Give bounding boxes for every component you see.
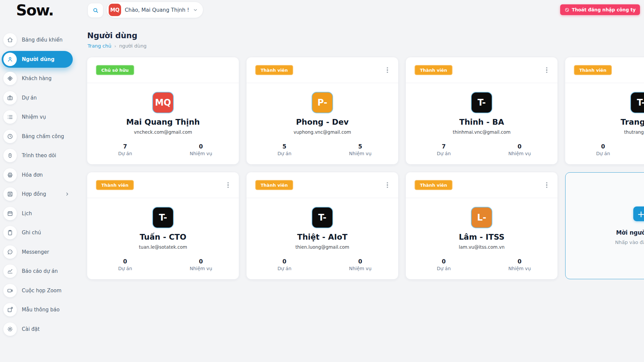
sidebar-item-notification-templates[interactable]: Mẫu thông báo — [2, 301, 73, 318]
sidebar-item-calendar[interactable]: Lịch — [2, 205, 73, 222]
home-icon — [3, 33, 17, 47]
projects-label: Dự án — [565, 151, 641, 156]
sidebar-item-tasks[interactable]: Nhiệm vụ — [2, 109, 73, 125]
user-avatar: T- — [630, 92, 644, 113]
sidebar-item-users[interactable]: Người dùng — [2, 51, 73, 68]
sidebar-item-timesheet[interactable]: Bảng chấm công — [2, 128, 73, 145]
user-card: Thành viênT-Trang - Mthutrang.vnc@0Dự án… — [565, 57, 644, 164]
card-header: Thành viên — [565, 57, 644, 83]
projects-label: Dự án — [406, 266, 482, 271]
tasks-count: 0 — [163, 143, 239, 150]
projects-label: Dự án — [87, 151, 163, 156]
tasks-count: 0 — [482, 258, 557, 265]
invoice-icon — [3, 168, 17, 182]
user-email: thinhmai.vnc@gmail.com — [453, 129, 511, 135]
projects-stat: 5Dự án — [247, 143, 322, 156]
breadcrumb: Trang chủ › người dùng — [88, 43, 147, 49]
card-header: Thành viên — [247, 172, 398, 198]
sidebar-item-zoom-meetings[interactable]: Cuộc họp Zoom — [2, 282, 73, 299]
sidebar-item-project-reports[interactable]: Báo cáo dự án — [2, 263, 73, 280]
add-user-button[interactable]: + — [633, 206, 644, 221]
user-email: thien.luong@gmail.com — [296, 244, 350, 250]
card-header: Thành viên — [87, 172, 239, 198]
sidebar-item-label: Ghi chú — [22, 230, 41, 236]
role-badge: Thành viên — [574, 65, 612, 75]
tasks-label: Nhiệm vụ — [641, 151, 644, 156]
notes-icon — [3, 226, 17, 239]
breadcrumb-separator: › — [114, 44, 116, 49]
app-logo[interactable]: Sow. — [16, 1, 53, 19]
search-button[interactable] — [88, 3, 103, 17]
chevron-right-icon — [65, 192, 69, 196]
logout-company-button[interactable]: Thoát đăng nhập công ty — [560, 4, 640, 15]
tasks-stat: 0Nhiệm vụ — [163, 258, 239, 271]
card-body: T-Tuấn - CTOtuan.le@sotatek.com0Dự án0Nh… — [87, 198, 239, 279]
invite-title: Mời người dùng — [616, 229, 644, 236]
card-menu-button[interactable] — [386, 181, 389, 189]
chevron-down-icon — [193, 7, 198, 12]
sidebar-item-messenger[interactable]: Messenger — [2, 244, 73, 260]
sidebar-item-notes[interactable]: Ghi chú — [2, 224, 73, 241]
tasks-count: 0 — [482, 143, 557, 150]
report-icon — [3, 264, 17, 278]
projects-count: 0 — [565, 143, 641, 150]
tasks-label: Nhiệm vụ — [482, 266, 557, 271]
user-menu[interactable]: MQ Chào, Mai Quang Thịnh ! — [107, 2, 203, 18]
projects-stat: 0Dự án — [406, 258, 482, 271]
card-menu-button[interactable] — [386, 66, 389, 74]
card-header: Thành viên — [406, 172, 557, 198]
sidebar-item-settings[interactable]: Cài đặt — [2, 321, 73, 338]
card-menu-button[interactable] — [545, 66, 548, 74]
tasks-stat: 0Nhiệm vụ — [482, 258, 557, 271]
user-name: Tuấn - CTO — [140, 233, 186, 241]
projects-stat: 0Dự án — [247, 258, 322, 271]
logout-label: Thoát đăng nhập công ty — [572, 7, 636, 12]
user-email: lam.vu@itss.com.vn — [459, 244, 505, 250]
projects-count: 0 — [247, 258, 322, 265]
sidebar-item-customers[interactable]: Khách hàng — [2, 70, 73, 87]
project-icon — [3, 91, 17, 105]
sidebar-item-invoices[interactable]: Hóa đơn — [2, 167, 73, 183]
tasks-count: 0 — [641, 143, 644, 150]
messenger-icon — [3, 245, 17, 259]
card-menu-button[interactable] — [545, 181, 548, 189]
user-email: tuan.le@sotatek.com — [139, 244, 187, 250]
card-menu-button[interactable] — [227, 181, 229, 189]
sidebar-item-label: Trình theo dõi — [22, 153, 56, 159]
projects-count: 7 — [87, 143, 163, 150]
projects-stat: 0Dự án — [565, 143, 641, 156]
projects-count: 0 — [406, 258, 482, 265]
calendar-icon — [3, 207, 17, 220]
projects-stat: 7Dự án — [406, 143, 482, 156]
sidebar-item-dashboard[interactable]: Bảng điều khiển — [2, 32, 73, 48]
sidebar-item-label: Báo cáo dự án — [22, 268, 58, 274]
sidebar-item-contracts[interactable]: Hợp đồng — [2, 186, 73, 202]
sidebar-item-label: Hợp đồng — [22, 191, 46, 197]
user-name: Lâm - ITSS — [459, 233, 504, 241]
card-body: T-Trang - Mthutrang.vnc@0Dự án0Nhiệm vụ — [565, 83, 644, 164]
tasks-label: Nhiệm vụ — [322, 266, 398, 271]
sidebar-item-tracker[interactable]: Trình theo dõi — [2, 147, 73, 164]
role-badge: Thành viên — [415, 180, 452, 190]
projects-label: Dự án — [87, 266, 163, 271]
invite-user-card[interactable]: +Mời người dùngNhấp vào đây để mời — [565, 172, 644, 279]
user-stats: 0Dự án0Nhiệm vụ — [247, 258, 398, 271]
role-badge: Thành viên — [415, 65, 452, 75]
tracker-icon — [3, 149, 17, 162]
sidebar-item-label: Cài đặt — [22, 326, 40, 332]
tasks-stat: 0Nhiệm vụ — [482, 143, 557, 156]
tasks-stat: 0Nhiệm vụ — [641, 143, 644, 156]
user-email: vuphong.vnc@gmail.com — [293, 129, 351, 135]
breadcrumb-home-link[interactable]: Trang chủ — [88, 43, 111, 49]
tasks-label: Nhiệm vụ — [163, 151, 239, 156]
tasks-label: Nhiệm vụ — [163, 266, 239, 271]
sidebar-item-label: Mẫu thông báo — [22, 307, 60, 313]
breadcrumb-current: người dùng — [119, 43, 147, 49]
projects-count: 0 — [87, 258, 163, 265]
user-name: Thiệt - AIoT — [297, 233, 347, 241]
tasks-label: Nhiệm vụ — [482, 151, 557, 156]
projects-stat: 0Dự án — [87, 258, 163, 271]
card-header: Thành viên — [406, 57, 557, 83]
user-avatar: T- — [152, 207, 174, 228]
sidebar-item-projects[interactable]: Dự án — [2, 89, 73, 106]
